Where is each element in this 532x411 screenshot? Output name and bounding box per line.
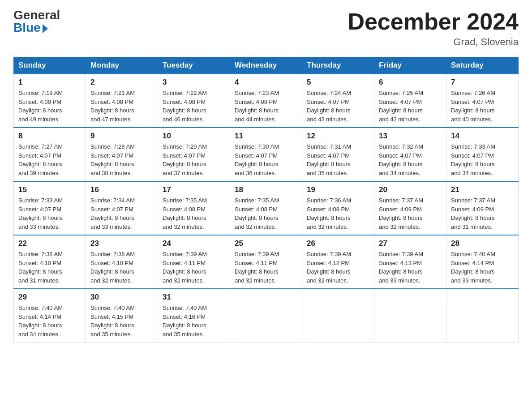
day-info: Sunrise: 7:32 AM Sunset: 4:07 PM Dayligh… bbox=[379, 142, 442, 177]
day-number: 11 bbox=[235, 132, 297, 141]
day-info: Sunrise: 7:31 AM Sunset: 4:07 PM Dayligh… bbox=[307, 142, 369, 177]
day-info: Sunrise: 7:29 AM Sunset: 4:07 PM Dayligh… bbox=[163, 142, 225, 177]
day-number: 9 bbox=[90, 132, 153, 141]
day-info: Sunrise: 7:40 AM Sunset: 4:14 PM Dayligh… bbox=[18, 304, 81, 338]
day-info: Sunrise: 7:25 AM Sunset: 4:07 PM Dayligh… bbox=[379, 89, 442, 124]
table-row: 11 Sunrise: 7:30 AM Sunset: 4:07 PM Dayl… bbox=[230, 128, 302, 181]
day-info: Sunrise: 7:35 AM Sunset: 4:08 PM Dayligh… bbox=[235, 196, 297, 231]
col-sunday: Sunday bbox=[14, 57, 86, 74]
day-number: 28 bbox=[451, 239, 514, 248]
logo-blue-text: Blue bbox=[13, 21, 48, 34]
table-row: 3 Sunrise: 7:22 AM Sunset: 4:08 PM Dayli… bbox=[158, 74, 230, 128]
table-row: 28 Sunrise: 7:40 AM Sunset: 4:14 PM Dayl… bbox=[446, 235, 519, 289]
table-row: 29 Sunrise: 7:40 AM Sunset: 4:14 PM Dayl… bbox=[14, 289, 86, 342]
day-number: 31 bbox=[163, 293, 225, 302]
day-number: 15 bbox=[18, 185, 81, 194]
calendar-week-row: 1 Sunrise: 7:19 AM Sunset: 4:09 PM Dayli… bbox=[14, 74, 519, 128]
table-row: 27 Sunrise: 7:39 AM Sunset: 4:13 PM Dayl… bbox=[374, 235, 446, 289]
day-info: Sunrise: 7:39 AM Sunset: 4:12 PM Dayligh… bbox=[307, 250, 369, 285]
day-info: Sunrise: 7:37 AM Sunset: 4:09 PM Dayligh… bbox=[451, 196, 514, 231]
day-number: 5 bbox=[307, 78, 369, 87]
table-row: 16 Sunrise: 7:34 AM Sunset: 4:07 PM Dayl… bbox=[86, 181, 158, 235]
day-info: Sunrise: 7:39 AM Sunset: 4:13 PM Dayligh… bbox=[379, 250, 442, 285]
table-row: 2 Sunrise: 7:21 AM Sunset: 4:08 PM Dayli… bbox=[86, 74, 158, 128]
day-info: Sunrise: 7:23 AM Sunset: 4:08 PM Dayligh… bbox=[235, 89, 297, 124]
table-row bbox=[446, 289, 519, 342]
day-info: Sunrise: 7:34 AM Sunset: 4:07 PM Dayligh… bbox=[90, 196, 153, 231]
day-number: 21 bbox=[451, 185, 514, 194]
day-number: 1 bbox=[18, 78, 81, 87]
day-number: 18 bbox=[235, 185, 297, 194]
day-number: 10 bbox=[163, 132, 225, 141]
day-info: Sunrise: 7:38 AM Sunset: 4:10 PM Dayligh… bbox=[18, 250, 81, 285]
col-wednesday: Wednesday bbox=[230, 57, 302, 74]
table-row: 24 Sunrise: 7:39 AM Sunset: 4:11 PM Dayl… bbox=[158, 235, 230, 289]
calendar-week-row: 29 Sunrise: 7:40 AM Sunset: 4:14 PM Dayl… bbox=[14, 289, 519, 342]
calendar-header-row: Sunday Monday Tuesday Wednesday Thursday… bbox=[14, 57, 519, 74]
day-number: 27 bbox=[379, 239, 442, 248]
table-row bbox=[230, 289, 302, 342]
day-number: 19 bbox=[307, 185, 369, 194]
day-number: 13 bbox=[379, 132, 442, 141]
logo: General Blue bbox=[13, 9, 60, 34]
day-info: Sunrise: 7:39 AM Sunset: 4:11 PM Dayligh… bbox=[235, 250, 297, 285]
day-number: 20 bbox=[379, 185, 442, 194]
table-row: 6 Sunrise: 7:25 AM Sunset: 4:07 PM Dayli… bbox=[374, 74, 446, 128]
day-info: Sunrise: 7:36 AM Sunset: 4:08 PM Dayligh… bbox=[307, 196, 369, 231]
day-number: 12 bbox=[307, 132, 369, 141]
table-row: 19 Sunrise: 7:36 AM Sunset: 4:08 PM Dayl… bbox=[302, 181, 374, 235]
page-header: General Blue December 2024 Grad, Sloveni… bbox=[13, 9, 519, 48]
table-row: 18 Sunrise: 7:35 AM Sunset: 4:08 PM Dayl… bbox=[230, 181, 302, 235]
table-row: 14 Sunrise: 7:33 AM Sunset: 4:07 PM Dayl… bbox=[446, 128, 519, 181]
table-row: 21 Sunrise: 7:37 AM Sunset: 4:09 PM Dayl… bbox=[446, 181, 519, 235]
table-row bbox=[302, 289, 374, 342]
day-number: 22 bbox=[18, 239, 81, 248]
location-label: Grad, Slovenia bbox=[348, 36, 519, 48]
day-info: Sunrise: 7:40 AM Sunset: 4:16 PM Dayligh… bbox=[163, 304, 225, 338]
table-row: 1 Sunrise: 7:19 AM Sunset: 4:09 PM Dayli… bbox=[14, 74, 86, 128]
day-info: Sunrise: 7:30 AM Sunset: 4:07 PM Dayligh… bbox=[235, 142, 297, 177]
day-info: Sunrise: 7:33 AM Sunset: 4:07 PM Dayligh… bbox=[451, 142, 514, 177]
table-row: 5 Sunrise: 7:24 AM Sunset: 4:07 PM Dayli… bbox=[302, 74, 374, 128]
day-number: 14 bbox=[451, 132, 514, 141]
table-row: 10 Sunrise: 7:29 AM Sunset: 4:07 PM Dayl… bbox=[158, 128, 230, 181]
day-number: 3 bbox=[163, 78, 225, 87]
logo-general-text: General bbox=[13, 9, 60, 21]
day-info: Sunrise: 7:28 AM Sunset: 4:07 PM Dayligh… bbox=[90, 142, 153, 177]
table-row: 22 Sunrise: 7:38 AM Sunset: 4:10 PM Dayl… bbox=[14, 235, 86, 289]
table-row: 23 Sunrise: 7:38 AM Sunset: 4:10 PM Dayl… bbox=[86, 235, 158, 289]
day-number: 30 bbox=[90, 293, 153, 302]
day-info: Sunrise: 7:21 AM Sunset: 4:08 PM Dayligh… bbox=[90, 89, 153, 124]
day-number: 8 bbox=[18, 132, 81, 141]
table-row: 30 Sunrise: 7:40 AM Sunset: 4:15 PM Dayl… bbox=[86, 289, 158, 342]
day-info: Sunrise: 7:40 AM Sunset: 4:15 PM Dayligh… bbox=[90, 304, 153, 338]
title-section: December 2024 Grad, Slovenia bbox=[348, 9, 519, 48]
calendar-week-row: 22 Sunrise: 7:38 AM Sunset: 4:10 PM Dayl… bbox=[14, 235, 519, 289]
day-number: 23 bbox=[90, 239, 153, 248]
day-number: 6 bbox=[379, 78, 442, 87]
day-info: Sunrise: 7:33 AM Sunset: 4:07 PM Dayligh… bbox=[18, 196, 81, 231]
day-info: Sunrise: 7:19 AM Sunset: 4:09 PM Dayligh… bbox=[18, 89, 81, 124]
col-friday: Friday bbox=[374, 57, 446, 74]
table-row: 12 Sunrise: 7:31 AM Sunset: 4:07 PM Dayl… bbox=[302, 128, 374, 181]
table-row: 15 Sunrise: 7:33 AM Sunset: 4:07 PM Dayl… bbox=[14, 181, 86, 235]
table-row: 9 Sunrise: 7:28 AM Sunset: 4:07 PM Dayli… bbox=[86, 128, 158, 181]
col-monday: Monday bbox=[86, 57, 158, 74]
table-row: 26 Sunrise: 7:39 AM Sunset: 4:12 PM Dayl… bbox=[302, 235, 374, 289]
table-row: 4 Sunrise: 7:23 AM Sunset: 4:08 PM Dayli… bbox=[230, 74, 302, 128]
logo-arrow-icon bbox=[43, 24, 48, 33]
day-number: 2 bbox=[90, 78, 153, 87]
day-number: 16 bbox=[90, 185, 153, 194]
table-row: 31 Sunrise: 7:40 AM Sunset: 4:16 PM Dayl… bbox=[158, 289, 230, 342]
col-thursday: Thursday bbox=[302, 57, 374, 74]
table-row: 7 Sunrise: 7:26 AM Sunset: 4:07 PM Dayli… bbox=[446, 74, 519, 128]
day-info: Sunrise: 7:39 AM Sunset: 4:11 PM Dayligh… bbox=[163, 250, 225, 285]
day-info: Sunrise: 7:26 AM Sunset: 4:07 PM Dayligh… bbox=[451, 89, 514, 124]
day-number: 24 bbox=[163, 239, 225, 248]
day-info: Sunrise: 7:35 AM Sunset: 4:08 PM Dayligh… bbox=[163, 196, 225, 231]
table-row: 17 Sunrise: 7:35 AM Sunset: 4:08 PM Dayl… bbox=[158, 181, 230, 235]
table-row: 25 Sunrise: 7:39 AM Sunset: 4:11 PM Dayl… bbox=[230, 235, 302, 289]
day-info: Sunrise: 7:40 AM Sunset: 4:14 PM Dayligh… bbox=[451, 250, 514, 285]
day-number: 25 bbox=[235, 239, 297, 248]
day-number: 17 bbox=[163, 185, 225, 194]
